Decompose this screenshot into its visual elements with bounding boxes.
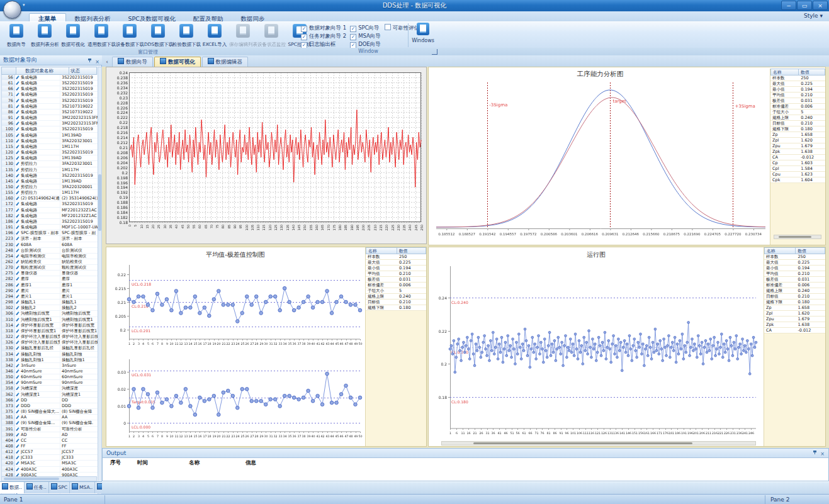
table-row[interactable]: 338接触孔刻蚀1接触孔刻蚀1: [2, 357, 98, 363]
table-row[interactable]: 35060nmSure60nmSure: [2, 374, 98, 380]
table-row[interactable]: 91集成电路3M2202323153FM: [2, 115, 98, 121]
sidebar-tab-MSA..[interactable]: MSA..: [70, 482, 95, 493]
sidebar-tab-数据..[interactable]: 数据..: [0, 482, 25, 493]
table-row[interactable]: 322保护环注入显影后线宽保护环注入显影后线宽: [2, 334, 98, 340]
close-icon[interactable]: ×: [820, 451, 825, 457]
table-row[interactable]: 182集成电路MF2201232Z1AC: [2, 213, 98, 219]
ribbon-button-device-download[interactable]: 设备数据下载: [116, 23, 144, 48]
table-row[interactable]: 177集成电路MF2201232Z1AC: [2, 208, 98, 213]
scrollbar-thumb[interactable]: [98, 174, 101, 231]
minimize-button[interactable]: −: [781, 1, 796, 10]
doc-tab-数据向导[interactable]: 数据向导: [112, 57, 153, 67]
table-row[interactable]: 248台阶测试仪台阶测试仪: [2, 248, 98, 254]
checkbox-数据对象向导 1[interactable]: ✓数据对象向导 1: [301, 24, 346, 32]
table-row[interactable]: 100集成电路3S2202315019: [2, 126, 98, 132]
table-row[interactable]: 155剪切拉力1M117H: [2, 190, 98, 196]
app-menu-orb-icon[interactable]: [3, 1, 21, 19]
table-row[interactable]: 125集成电路1M139AD: [2, 155, 98, 161]
table-row[interactable]: 362沟槽深度1沟槽深度1: [2, 392, 98, 398]
ribbon-button-dds-download[interactable]: DDS数据下载: [144, 23, 172, 48]
stats-horizontal-scrollbar[interactable]: [774, 235, 821, 239]
table-row[interactable]: 56集成电路3S2202315019: [2, 75, 98, 81]
table-row[interactable]: 135剪切拉力1M117H: [2, 167, 98, 173]
maximize-button[interactable]: ▭: [797, 1, 812, 10]
table-row[interactable]: 358沟槽深度沟槽深度: [2, 386, 98, 391]
sidebar-tab-任务..[interactable]: 任务..: [25, 482, 49, 493]
table-row[interactable]: 420MSA3CMSA3C: [2, 461, 98, 466]
sidebar-horizontal-scrollbar[interactable]: [1, 476, 97, 481]
table-row[interactable]: 286磨厚1磨厚1: [2, 283, 98, 288]
tab-scroll-left-icon[interactable]: ‹: [102, 58, 112, 67]
table-row[interactable]: 298接触孔1接触孔1: [2, 300, 98, 305]
sidebar-column-header[interactable]: 数据对象名称 状态: [1, 67, 97, 75]
doc-tab-数据可视化[interactable]: 数据可视化: [154, 57, 201, 67]
checkbox-icon[interactable]: ✓: [301, 34, 307, 40]
table-row[interactable]: 391可靠性分析可靠性分析: [2, 427, 98, 432]
run-horizontal-scrollbar[interactable]: [441, 441, 756, 445]
table-row[interactable]: 404CCCC: [2, 438, 98, 444]
table-row[interactable]: 314保护环显影后线宽保护环显影后线宽: [2, 323, 98, 328]
table-row[interactable]: 76集成电路3S2202315019: [2, 98, 98, 104]
table-row[interactable]: 412JCC57JCC57: [2, 449, 98, 455]
table-row[interactable]: 399ADAD: [2, 432, 98, 438]
table-row[interactable]: 230608A608A: [2, 242, 98, 248]
table-row[interactable]: 318保护环显影后线宽1保护环显影后线宽1: [2, 328, 98, 334]
table-row[interactable]: 34640nmSure40nmSure: [2, 369, 98, 374]
ribbon-button-excel-import[interactable]: EXCEL导入: [201, 23, 228, 48]
table-row[interactable]: 270颗粒度测试仪颗粒度测试仪: [2, 265, 98, 271]
ribbon-button-data-wizard[interactable]: 数据向导: [3, 23, 30, 48]
style-dropdown[interactable]: Style ▾: [804, 13, 823, 19]
table-row[interactable]: 140集成电路3S2202315019: [2, 173, 98, 179]
table-row[interactable]: 86集成电路3S2107319022: [2, 109, 98, 115]
ribbon-button-data-list-analysis[interactable]: 数据列表分析: [31, 23, 59, 48]
table-row[interactable]: 373DDDDDD: [2, 403, 98, 409]
table-row[interactable]: 302接触孔2接触孔2: [2, 305, 98, 311]
table-row[interactable]: 105集成电路1M139AD: [2, 133, 98, 138]
column-status[interactable]: 状态: [69, 67, 96, 74]
table-row[interactable]: 366DDDD: [2, 398, 98, 403]
table-row[interactable]: 120集成电路3S2202315019: [2, 150, 98, 155]
ribbon-button-generic-download[interactable]: 通用数据下载: [87, 23, 115, 48]
table-row[interactable]: 381AAAA: [2, 415, 98, 420]
table-row[interactable]: 424400A3C400A3C: [2, 467, 98, 473]
table-row[interactable]: 326保护环注入显影后线宽1保护环注入显影后线宽1: [2, 340, 98, 345]
table-row[interactable]: 61集成电路3S2202315019: [2, 81, 98, 86]
checkbox-icon[interactable]: [385, 24, 391, 30]
table-row[interactable]: 275显微仪器显微仪器: [2, 271, 98, 276]
table-row[interactable]: 3423nSure3nSure: [2, 363, 98, 369]
table-row[interactable]: 96集成电路3M2202323153FM: [2, 121, 98, 126]
table-row[interactable]: 81集成电路3S2107319022: [2, 104, 98, 109]
table-row[interactable]: 130剪切拉力3FA220323001: [2, 161, 98, 167]
output-col-name[interactable]: 名称: [189, 459, 200, 467]
checkbox-MSA向导[interactable]: ✓MSA向导: [350, 32, 381, 40]
ribbon-button-inspection-download[interactable]: 检验数据下载: [172, 23, 200, 48]
close-button[interactable]: ×: [813, 1, 828, 10]
checkbox-SPC向导[interactable]: ✓SPC向导: [350, 24, 381, 32]
close-icon[interactable]: ×: [95, 59, 99, 65]
checkbox-任务对象向导 2[interactable]: ✓任务对象向导 2: [301, 32, 346, 40]
table-row[interactable]: 110集成电路3FA220323001: [2, 138, 98, 144]
column-name[interactable]: 数据对象名称: [16, 67, 69, 74]
table-row[interactable]: 35490nmSure90nmSure: [2, 380, 98, 386]
table-row[interactable]: 375(8) SiN棚合金障大...(8) SiN棚合金障: [2, 409, 98, 415]
checkbox-icon[interactable]: ✓: [350, 34, 356, 40]
table-row[interactable]: 150剪切拉力3FA220320001: [2, 184, 98, 190]
table-row[interactable]: 172集成电路3S2202315019: [2, 201, 98, 207]
table-row[interactable]: 306沟槽刻蚀后线宽沟槽刻蚀后线宽: [2, 311, 98, 316]
table-row[interactable]: 418JC333JC333: [2, 455, 98, 461]
scrollbar-thumb[interactable]: [4, 478, 59, 480]
table-row[interactable]: 186集成电路3S2202315019: [2, 219, 98, 225]
output-col-time[interactable]: 时间: [137, 459, 148, 467]
table-row[interactable]: 191集成电路MDF1C-10007-LWFC: [2, 225, 98, 230]
table-row[interactable]: 254电阻率检测仪电阻率检测仪: [2, 254, 98, 259]
table-row[interactable]: 388(9) SiN棚合金障...(9) SiN棚合金障.: [2, 420, 98, 426]
table-row[interactable]: 294磨片1磨片1: [2, 294, 98, 300]
table-row[interactable]: 71集成电路3S2202315019: [2, 92, 98, 98]
table-row[interactable]: 115集成电路1M117H: [2, 144, 98, 150]
table-row[interactable]: 145集成电路1M139AD: [2, 179, 98, 184]
table-row[interactable]: 196SPC-膜型膜厚 - 副本SPC-膜型膜厚 - 副: [2, 230, 98, 236]
table-row[interactable]: 334接触孔刻蚀接触孔刻蚀: [2, 352, 98, 357]
doc-tab-数据编辑器[interactable]: 数据编辑器: [202, 57, 249, 67]
table-row[interactable]: 262缺陷检查仪缺陷检查仪: [2, 259, 98, 265]
table-row[interactable]: 330接触孔显影后孔径接触孔显影后孔径: [2, 345, 98, 351]
